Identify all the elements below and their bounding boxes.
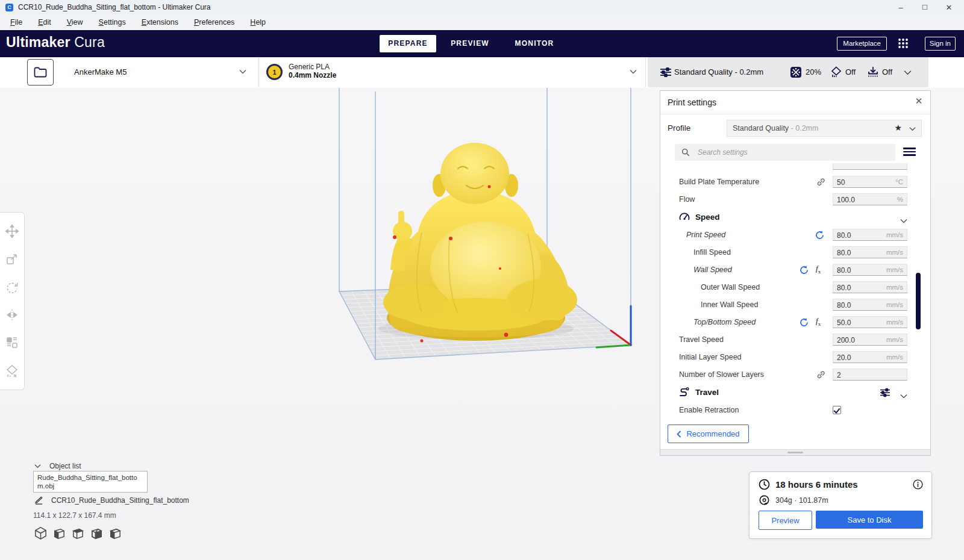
setting-value-field[interactable]: 50.0mm/s bbox=[833, 316, 907, 328]
sliders-icon[interactable] bbox=[880, 387, 890, 398]
setting-row-inner-wall-speed: Inner Wall Speed80.0mm/s bbox=[660, 296, 930, 314]
open-file-button[interactable] bbox=[27, 59, 54, 86]
save-to-disk-button[interactable]: Save to Disk bbox=[816, 511, 923, 529]
object-list-toggle[interactable]: Object list bbox=[34, 462, 81, 470]
speed-icon bbox=[679, 212, 690, 223]
panel-resize-handle[interactable] bbox=[660, 449, 930, 455]
marketplace-button[interactable]: Marketplace bbox=[837, 37, 887, 51]
star-icon[interactable]: ★ bbox=[894, 123, 902, 132]
setting-value: 80.0 bbox=[837, 249, 851, 257]
recommended-label: Recommended bbox=[686, 429, 739, 438]
material-spool-icon bbox=[759, 495, 769, 505]
chevron-down-icon bbox=[904, 70, 912, 75]
setting-label: Top/Bottom Speed bbox=[693, 314, 756, 331]
tab-prepare[interactable]: PREPARE bbox=[380, 35, 436, 52]
setting-label: Infill Speed bbox=[693, 244, 731, 261]
sign-in-button[interactable]: Sign in bbox=[925, 37, 956, 51]
setting-label: Travel Speed bbox=[679, 331, 724, 349]
menu-edit[interactable]: Edit bbox=[31, 16, 58, 28]
close-icon[interactable]: ✕ bbox=[913, 96, 924, 107]
preview-button[interactable]: Preview bbox=[759, 511, 812, 530]
minimize-button[interactable]: – bbox=[897, 3, 905, 12]
scale-tool-icon[interactable] bbox=[5, 252, 19, 266]
reset-icon[interactable] bbox=[799, 265, 809, 275]
menu-settings[interactable]: Settings bbox=[92, 16, 133, 28]
per-model-settings-icon[interactable] bbox=[5, 336, 19, 349]
view-front-icon[interactable] bbox=[52, 526, 66, 540]
support-blocker-icon[interactable] bbox=[5, 364, 19, 378]
object-filename-tooltip: Rude_Buddha_Sitting_flat_bottom.obj bbox=[33, 471, 148, 493]
fx-icon[interactable]: fx bbox=[816, 316, 821, 327]
setting-value-field[interactable]: 50°C bbox=[833, 176, 907, 188]
logo-light: Cura bbox=[74, 34, 105, 50]
setting-label: Initial Layer Speed bbox=[679, 349, 742, 366]
rotate-tool-icon[interactable] bbox=[5, 281, 19, 294]
maximize-button[interactable]: ☐ bbox=[921, 4, 929, 11]
chevron-down-icon bbox=[909, 126, 916, 131]
print-time-estimate: 18 hours 6 minutes bbox=[775, 479, 858, 490]
main-header: Ultimaker Cura PREPARE PREVIEW MONITOR M… bbox=[0, 30, 964, 57]
object-name: CCR10_Rude_Buddha_Sitting_flat_bottom bbox=[51, 496, 189, 505]
view-3d-icon[interactable] bbox=[34, 526, 48, 540]
chevron-icon[interactable] bbox=[900, 390, 907, 401]
chevron-icon[interactable] bbox=[900, 215, 907, 226]
view-left-icon[interactable] bbox=[90, 526, 104, 540]
view-top-icon[interactable] bbox=[71, 526, 85, 540]
setting-label: Wall Speed bbox=[693, 261, 732, 279]
link-icon[interactable] bbox=[816, 370, 826, 380]
move-tool-icon[interactable] bbox=[5, 225, 19, 238]
search-settings-input[interactable]: Search settings bbox=[675, 144, 895, 161]
ultimaker-cura-logo: Ultimaker Cura bbox=[6, 34, 105, 51]
view-right-icon[interactable] bbox=[108, 526, 122, 540]
setting-value-field[interactable]: 80.0mm/s bbox=[833, 246, 907, 258]
menu-view[interactable]: View bbox=[60, 16, 90, 28]
setting-value: 20.0 bbox=[837, 353, 851, 362]
profile-suffix: - 0.2mm bbox=[789, 124, 818, 132]
setting-value-field[interactable] bbox=[833, 163, 907, 170]
apps-grid-icon[interactable] bbox=[898, 38, 909, 49]
menu-extensions[interactable]: Extensions bbox=[135, 16, 185, 28]
setting-value-field[interactable]: 100.0% bbox=[833, 193, 907, 205]
reset-icon[interactable] bbox=[799, 317, 809, 328]
link-icon[interactable] bbox=[816, 177, 826, 187]
mirror-tool-icon[interactable] bbox=[5, 308, 19, 322]
profile-dropdown[interactable]: Standard Quality - 0.2mm ★ bbox=[727, 120, 922, 137]
print-settings-summary[interactable]: Standard Quality - 0.2mm 20% Off Off bbox=[648, 57, 928, 87]
support-summary-value: Off bbox=[845, 67, 856, 76]
view-orientation-bar bbox=[34, 526, 122, 540]
fx-icon[interactable]: fx bbox=[816, 264, 821, 275]
setting-row-infill-speed: Infill Speed80.0mm/s bbox=[660, 244, 930, 261]
setting-value: 100.0 bbox=[837, 196, 855, 204]
tab-monitor[interactable]: MONITOR bbox=[511, 35, 558, 52]
setting-value-field[interactable]: 80.0mm/s bbox=[833, 281, 907, 293]
setting-value-field[interactable]: 200.0mm/s bbox=[833, 334, 907, 346]
setting-unit: mm/s bbox=[886, 336, 903, 343]
setting-row-number-of-slower-layers: Number of Slower Layers2 bbox=[660, 366, 930, 384]
printer-selector[interactable]: AnkerMake M5 bbox=[63, 57, 259, 87]
setting-value-field[interactable]: 80.0mm/s bbox=[833, 299, 907, 311]
setting-value-field[interactable]: 80.0mm/s bbox=[833, 264, 907, 276]
cura-app-window: { "window": { "title": "CCR10_Rude_Buddh… bbox=[0, 0, 964, 560]
setting-value-field[interactable]: 80.0mm/s bbox=[833, 229, 907, 241]
setting-unit: % bbox=[897, 196, 903, 203]
object-name-row[interactable]: CCR10_Rude_Buddha_Sitting_flat_bottom bbox=[34, 496, 189, 505]
section-speed[interactable]: Speed bbox=[660, 208, 930, 226]
setting-value-field[interactable]: 2 bbox=[833, 369, 907, 381]
section-travel[interactable]: Travel bbox=[660, 384, 930, 402]
settings-visibility-menu-icon[interactable] bbox=[903, 146, 916, 157]
menu-help[interactable]: Help bbox=[243, 16, 272, 28]
reset-icon[interactable] bbox=[815, 230, 825, 240]
tab-preview[interactable]: PREVIEW bbox=[447, 35, 493, 52]
setting-value-field[interactable]: 20.0mm/s bbox=[833, 351, 907, 363]
print-settings-panel: Print settings ✕ Profile Standard Qualit… bbox=[660, 90, 931, 456]
info-icon[interactable] bbox=[913, 479, 923, 490]
menu-preferences[interactable]: Preferences bbox=[187, 16, 241, 28]
menu-file[interactable]: File bbox=[4, 16, 29, 28]
material-selector[interactable]: 1 Generic PLA 0.4mm Nozzle bbox=[258, 57, 646, 87]
3d-viewport[interactable]: Object list Rude_Buddha_Sitting_flat_bot… bbox=[0, 88, 964, 560]
close-button[interactable]: ✕ bbox=[945, 3, 953, 12]
settings-scrollbar[interactable] bbox=[916, 273, 921, 329]
recommended-mode-button[interactable]: Recommended bbox=[668, 425, 749, 443]
checkbox-checked[interactable] bbox=[833, 406, 841, 414]
profile-label: Profile bbox=[668, 123, 690, 132]
